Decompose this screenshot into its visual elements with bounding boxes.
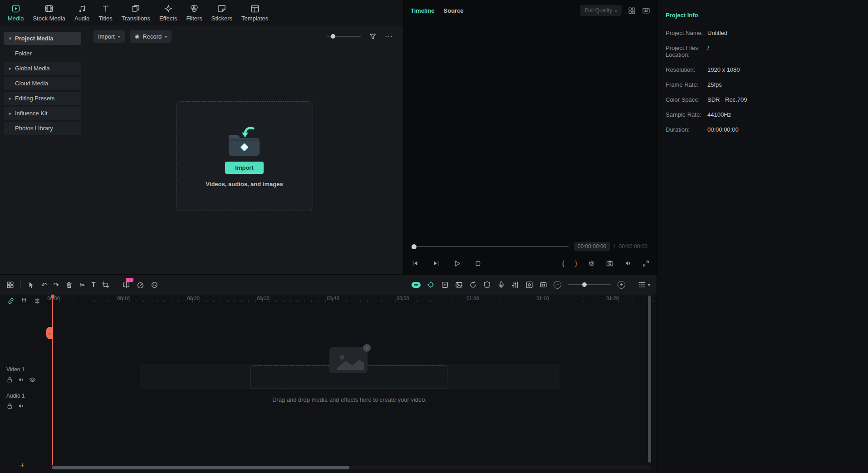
split-clip-icon[interactable] [123,281,130,289]
field-label: Color Space: [666,96,707,103]
add-track-button[interactable]: + [20,461,25,470]
project-info-row: Frame Rate: 25fps [657,81,868,88]
zoom-slider-knob[interactable] [582,282,587,287]
keyframe-icon[interactable] [525,281,533,289]
visibility-icon[interactable] [29,376,36,383]
sidebar-item-label: Editing Presets [15,95,54,102]
delete-icon[interactable] [65,281,73,289]
track-name: Audio 1 [6,393,25,399]
nav-audio[interactable]: Audio [70,2,93,24]
sidebar-item-editing-presets[interactable]: ▸ Editing Presets [4,92,81,105]
snap-edges-icon[interactable] [34,297,41,305]
audio-mixer-icon[interactable] [511,281,519,289]
voiceover-mic-icon[interactable] [497,281,505,289]
thumbnail-size-slider[interactable] [327,36,361,37]
more-icon[interactable]: ⋯ [385,33,392,40]
media-panel: Media Stock Media Audio Titles [0,0,403,274]
sidebar-item-label: Global Media [15,65,50,72]
play-icon[interactable] [453,260,461,267]
multi-view-icon[interactable] [628,7,636,15]
magnet-icon[interactable] [20,297,28,305]
track-header-audio: Audio 1 [6,393,25,409]
undo-icon[interactable]: ↶ [41,281,47,288]
nav-transitions[interactable]: Transitions [118,2,154,24]
zoom-out-icon[interactable]: − [554,281,561,289]
sidebar-item-cloud-media[interactable]: Cloud Media [4,77,81,90]
chevron-right-icon: ▸ [8,66,13,71]
freeze-frame-icon[interactable] [455,281,463,289]
link-icon[interactable] [7,297,15,305]
speed-icon[interactable] [137,281,144,289]
nav-stock-media[interactable]: Stock Media [29,2,69,24]
scrollbar-thumb[interactable] [648,296,651,463]
zoom-in-icon[interactable]: + [618,281,625,289]
cut-icon[interactable]: ✂ [79,281,85,288]
timeline-ruler[interactable]: 00:00 00:10 00:20 00:30 00:40 00:50 01:0… [0,295,657,303]
text-tool-icon[interactable]: T [92,281,96,288]
import-dropdown[interactable]: Import ▾ [93,30,125,43]
field-value: 44100Hz [707,111,731,118]
stop-icon[interactable] [475,260,481,267]
timeline-horizontal-scrollbar[interactable] [50,466,650,469]
field-label: Duration: [666,126,707,133]
stickers-icon [217,4,226,13]
nav-templates[interactable]: Templates [237,2,272,24]
import-dropzone[interactable]: Import Videos, audios, and images [176,101,313,211]
import-button[interactable]: Import [225,162,263,174]
nav-effects[interactable]: Effects [155,2,181,24]
preview-viewport[interactable] [404,21,657,240]
crop-icon[interactable] [102,281,109,289]
tab-timeline[interactable]: Timeline [411,7,435,14]
render-preview-icon[interactable] [469,281,477,289]
filter-icon[interactable] [369,33,377,40]
nav-titles[interactable]: Titles [94,2,117,24]
playhead[interactable] [52,295,53,465]
ai-tool-icon[interactable] [151,281,158,289]
nav-label: Stickers [211,15,232,22]
sidebar-item-global-media[interactable]: ▸ Global Media [4,62,81,75]
timeline-vertical-scrollbar[interactable] [648,296,651,464]
fullscreen-icon[interactable] [642,260,649,267]
mark-in-icon[interactable]: { [562,260,564,266]
nav-media[interactable]: Media [4,2,28,24]
slider-knob[interactable] [331,34,335,39]
ripple-edit-icon[interactable] [539,281,547,289]
lock-icon[interactable] [6,376,13,383]
quality-dropdown[interactable]: Full Quality ▾ [580,5,622,16]
scrubber-track[interactable] [417,246,569,247]
field-value: 1920 x 1080 [707,66,740,73]
record-dropdown[interactable]: ◉ Record ▾ [130,30,172,43]
sidebar-item-influence-kit[interactable]: ▸ Influence Kit [4,107,81,120]
chat-bubble-icon[interactable] [412,282,421,288]
step-forward-icon[interactable] [432,260,440,267]
snapshot-camera-icon[interactable] [606,260,613,267]
track-manager-toggle[interactable]: ▾ [638,281,650,289]
mask-icon[interactable] [483,281,491,289]
sidebar-item-photos-library[interactable]: Photos Library [4,122,81,135]
playhead-handle[interactable]: ‹ [46,327,53,339]
preview-header: Timeline Source Full Quality ▾ [404,0,657,21]
tab-source[interactable]: Source [444,7,464,14]
select-tool-icon[interactable] [27,281,35,289]
apps-grid-icon[interactable] [6,281,14,289]
nav-filters[interactable]: Filters [182,2,206,24]
mute-icon[interactable] [18,376,25,383]
crosshair-icon[interactable] [427,281,435,289]
step-backward-icon[interactable] [412,260,419,267]
nav-stickers[interactable]: Stickers [207,2,236,24]
add-marker-icon[interactable] [441,281,449,289]
mark-out-icon[interactable]: } [575,260,577,266]
timeline-zoom-slider[interactable] [568,284,611,285]
sidebar-item-folder[interactable]: Folder [4,47,81,60]
redo-icon[interactable]: ↷ [54,281,59,288]
transitions-icon [131,4,140,13]
lock-icon[interactable] [6,403,13,409]
volume-icon[interactable] [624,260,632,267]
scrollbar-thumb[interactable] [52,466,349,469]
scrubber-knob[interactable] [412,244,417,249]
scopes-icon[interactable] [642,7,650,15]
sidebar-item-project-media[interactable]: ▾ Project Media [4,32,81,45]
mute-icon[interactable] [18,403,25,409]
settings-icon[interactable] [588,260,595,267]
sidebar-item-label: Influence Kit [15,110,48,117]
